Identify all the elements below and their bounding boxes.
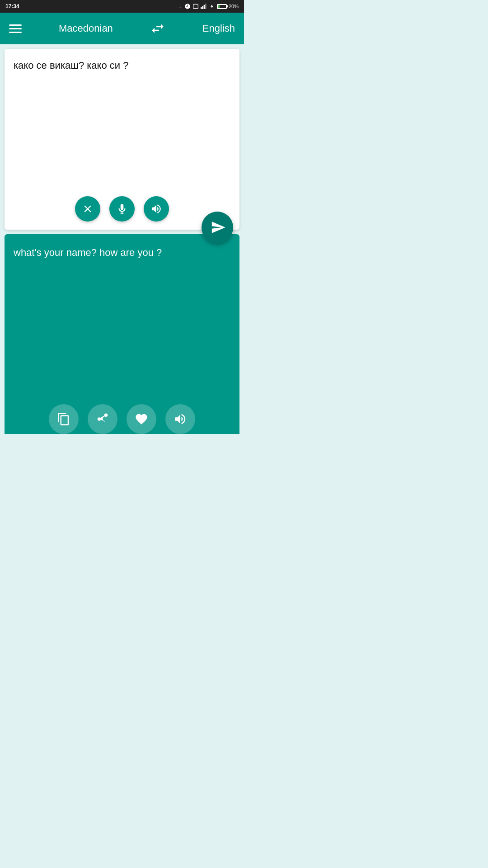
output-text: what's your name? how are you ? bbox=[14, 245, 230, 260]
input-wrapper: како се викаш? како си ? bbox=[0, 49, 244, 230]
battery-percent: 20% bbox=[229, 4, 239, 9]
output-speak-button[interactable] bbox=[165, 404, 195, 434]
signal-icon bbox=[201, 3, 208, 9]
menu-button[interactable] bbox=[9, 24, 22, 33]
svg-rect-1 bbox=[202, 6, 203, 9]
alarm-icon bbox=[184, 3, 191, 9]
swap-languages-button[interactable] bbox=[150, 21, 165, 36]
charging-icon bbox=[210, 3, 214, 9]
svg-rect-0 bbox=[201, 7, 202, 9]
status-bar: 17:34 ... 20% bbox=[0, 0, 244, 13]
microphone-button[interactable] bbox=[109, 196, 135, 222]
output-panel: what's your name? how are you ? bbox=[5, 234, 239, 434]
clear-button[interactable] bbox=[75, 196, 100, 222]
target-language-button[interactable]: English bbox=[202, 23, 235, 34]
svg-rect-3 bbox=[205, 4, 206, 9]
input-text[interactable]: како се викаш? како си ? bbox=[14, 58, 230, 73]
sim-icon bbox=[192, 3, 199, 9]
output-controls bbox=[49, 404, 195, 434]
status-icons: ... 20% bbox=[178, 3, 239, 9]
battery-icon bbox=[217, 4, 227, 9]
svg-rect-2 bbox=[204, 5, 205, 9]
header: Macedonian English bbox=[0, 13, 244, 44]
status-time: 17:34 bbox=[5, 3, 19, 9]
more-dots-icon: ... bbox=[178, 4, 183, 9]
source-language-button[interactable]: Macedonian bbox=[59, 23, 113, 34]
favorite-button[interactable] bbox=[127, 404, 156, 434]
send-button[interactable] bbox=[202, 212, 233, 243]
copy-button[interactable] bbox=[49, 404, 79, 434]
input-speak-button[interactable] bbox=[144, 196, 169, 222]
input-controls bbox=[75, 196, 169, 222]
input-panel: како се викаш? како си ? bbox=[5, 49, 239, 230]
share-button[interactable] bbox=[88, 404, 117, 434]
